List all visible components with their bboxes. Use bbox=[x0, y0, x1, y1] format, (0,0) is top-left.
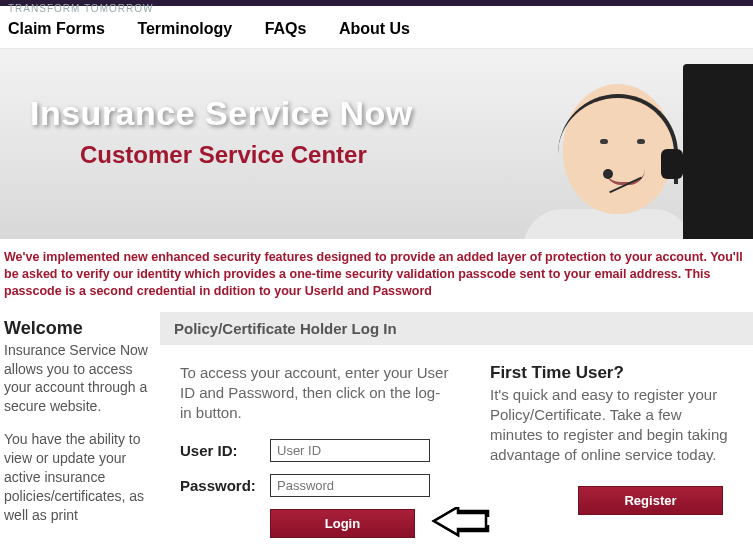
pointer-arrow-icon bbox=[430, 507, 490, 543]
main-nav: Claim Forms Terminology FAQs About Us bbox=[0, 14, 753, 49]
nav-faqs[interactable]: FAQs bbox=[265, 20, 307, 37]
welcome-text-1: Insurance Service Now allows you to acce… bbox=[4, 341, 150, 417]
login-area: Policy/Certificate Holder Log In To acce… bbox=[160, 312, 753, 545]
password-label: Password: bbox=[180, 477, 270, 494]
login-button[interactable]: Login bbox=[270, 509, 415, 538]
userid-input[interactable] bbox=[270, 439, 430, 462]
hero-banner: Insurance Service Now Customer Service C… bbox=[0, 49, 753, 239]
login-intro: To access your account, enter your User … bbox=[180, 363, 450, 424]
welcome-text-2: You have the ability to view or update y… bbox=[4, 430, 150, 524]
userid-label: User ID: bbox=[180, 442, 270, 459]
nav-claim-forms[interactable]: Claim Forms bbox=[8, 20, 105, 37]
register-button[interactable]: Register bbox=[578, 486, 723, 515]
first-time-body: It's quick and easy to register your Pol… bbox=[490, 385, 733, 466]
welcome-sidebar: Welcome Insurance Service Now allows you… bbox=[0, 312, 160, 545]
hero-subtitle: Customer Service Center bbox=[80, 141, 413, 169]
password-input[interactable] bbox=[270, 474, 430, 497]
login-form: To access your account, enter your User … bbox=[180, 363, 450, 539]
hero-title: Insurance Service Now bbox=[30, 94, 413, 133]
tagline: TRANSFORM TOMORROW bbox=[0, 3, 753, 14]
login-header: Policy/Certificate Holder Log In bbox=[160, 312, 753, 345]
security-notice: We've implemented new enhanced security … bbox=[0, 239, 753, 312]
nav-terminology[interactable]: Terminology bbox=[137, 20, 232, 37]
first-time-user: First Time User? It's quick and easy to … bbox=[490, 363, 733, 539]
main-content: Welcome Insurance Service Now allows you… bbox=[0, 312, 753, 545]
welcome-heading: Welcome bbox=[4, 318, 150, 339]
nav-about-us[interactable]: About Us bbox=[339, 20, 410, 37]
first-time-heading: First Time User? bbox=[490, 363, 733, 383]
hero-person-illustration bbox=[503, 54, 753, 239]
